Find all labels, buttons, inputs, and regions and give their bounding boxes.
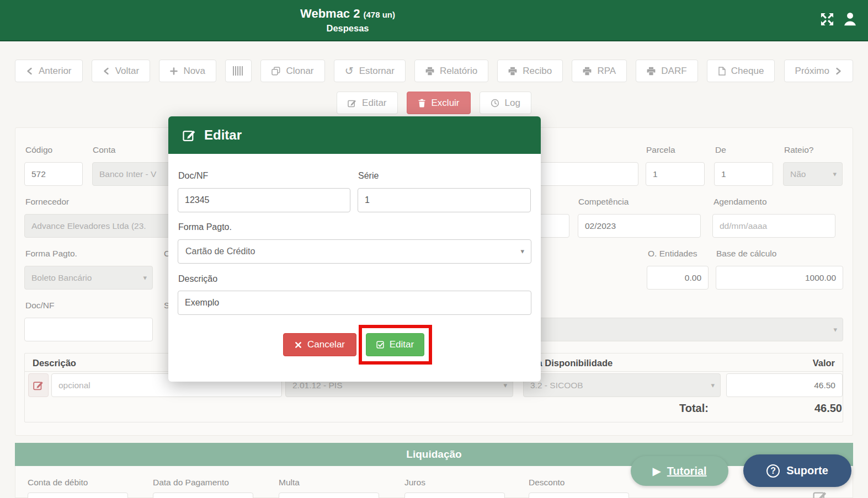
modal-descricao-input[interactable] (178, 291, 531, 315)
desconto-label: Desconto (529, 478, 565, 488)
fornecedor-label: Fornecedor (25, 197, 69, 207)
modal-doc-nf-input[interactable] (178, 188, 350, 212)
app-title-text: Webmac 2 (300, 7, 360, 20)
edit-icon (348, 99, 356, 108)
modal-serie-input[interactable] (358, 188, 531, 212)
forma-pagto-select[interactable]: Boleto Bancário ▾ (24, 266, 153, 290)
chevron-right-icon (835, 67, 842, 75)
item-valor-input[interactable] (726, 373, 843, 397)
app-title-units: (478 un) (363, 10, 395, 19)
desconto-input[interactable] (529, 492, 629, 498)
printer-icon (425, 67, 434, 76)
undo-icon: ↺ (345, 66, 354, 76)
barcode-button[interactable] (225, 60, 252, 82)
suporte-button[interactable]: ? Suporte (743, 454, 851, 487)
multa-input[interactable] (279, 492, 379, 498)
modal-cancel-button[interactable]: Cancelar (283, 333, 356, 356)
check-square-icon (376, 341, 385, 349)
modal-descricao-label: Descrição (178, 274, 217, 284)
total-label: Total: (679, 402, 709, 415)
caret-down-icon: ▾ (833, 325, 837, 334)
button-label: Clonar (286, 66, 313, 77)
clock-icon (491, 99, 499, 108)
modal-serie-label: Série (358, 171, 379, 181)
clone-icon (271, 67, 280, 76)
button-label: RPA (597, 66, 616, 77)
cheque-button[interactable]: Cheque (707, 60, 775, 82)
juros-input[interactable] (404, 492, 505, 498)
data-pagamento-input[interactable] (153, 492, 253, 498)
modal-forma-pagto-label: Forma Pagto. (178, 222, 232, 232)
anterior-button[interactable]: Anterior (15, 60, 83, 82)
parcela-input[interactable] (646, 162, 705, 186)
item-categoria-value: 2.01.12 - PIS (292, 381, 342, 390)
darf-button[interactable]: DARF (636, 60, 697, 82)
forma-pagto-value: Boleto Bancário (31, 273, 92, 283)
editar-button[interactable]: Editar (337, 92, 397, 114)
edit-icon (33, 380, 44, 390)
rpa-button[interactable]: RPA (572, 60, 627, 82)
recibo-button[interactable]: Recibo (497, 60, 563, 82)
voltar-button[interactable]: Voltar (92, 60, 150, 82)
excluir-button[interactable]: Excluir (407, 92, 471, 114)
log-button[interactable]: Log (480, 92, 531, 114)
rateio-select[interactable]: Não ▾ (783, 162, 843, 186)
printer-icon (583, 67, 592, 76)
agendamento-label: Agendamento (713, 197, 767, 207)
button-label: Editar (362, 98, 386, 109)
conta-label: Conta (93, 145, 115, 155)
caret-down-icon: ▾ (503, 381, 507, 389)
button-label: Voltar (115, 66, 139, 77)
o-entidades-input[interactable] (647, 266, 709, 290)
nova-button[interactable]: Nova (159, 60, 216, 82)
button-label: DARF (661, 66, 686, 77)
trash-icon (418, 99, 426, 108)
question-icon: ? (766, 464, 780, 478)
suporte-label: Suporte (786, 464, 828, 477)
conta-debito-label: Conta de débito (28, 478, 88, 488)
modal-submit-button[interactable]: Editar (366, 333, 424, 356)
button-label: Cancelar (307, 339, 345, 350)
proximo-button[interactable]: Próximo (784, 60, 853, 82)
modal-forma-pagto-select[interactable]: Cartão de Crédito ▾ (178, 239, 531, 264)
rateio-value: Não (790, 169, 806, 179)
modal-doc-nf-label: Doc/NF (178, 171, 208, 181)
modal-title: Editar (204, 127, 242, 143)
competencia-input[interactable] (578, 214, 701, 238)
o-entidades-label: O. Entidades (648, 249, 697, 259)
row-edit-button[interactable] (28, 373, 49, 397)
caret-down-icon: ▾ (143, 274, 147, 282)
forma-pagto-label: Forma Pagto. (25, 249, 77, 259)
caret-down-icon: ▾ (833, 170, 837, 178)
doc-nf-input[interactable] (24, 318, 153, 341)
top-bar: Webmac 2(478 un) Despesas (0, 0, 868, 41)
button-label: Estornar (359, 66, 395, 77)
codigo-input[interactable] (24, 162, 83, 186)
plus-icon (170, 67, 178, 75)
printer-icon (647, 67, 656, 76)
conta-debito-input[interactable] (28, 492, 128, 498)
tutorial-button[interactable]: ▶ Tutorial (631, 456, 728, 486)
app-root: Webmac 2(478 un) Despesas Anterior Volta… (0, 0, 868, 498)
button-label: Log (505, 98, 520, 109)
item-conta-select[interactable]: 3.2 - SICOOB ▾ (523, 373, 721, 397)
toolbar: Anterior Voltar Nova Clonar ↺ Estornar R… (15, 60, 853, 82)
user-icon[interactable] (843, 12, 857, 26)
fullscreen-icon[interactable] (820, 12, 834, 26)
caret-down-icon: ▾ (520, 247, 524, 255)
button-label: Recibo (523, 66, 552, 77)
agendamento-input[interactable] (712, 214, 835, 238)
liquidacao-edit-icon[interactable] (813, 490, 827, 498)
rateio-label: Rateio? (784, 145, 813, 155)
base-calculo-input[interactable] (716, 266, 843, 290)
estornar-button[interactable]: ↺ Estornar (334, 60, 406, 82)
tutorial-label: Tutorial (667, 465, 707, 478)
page-title: Despesas (182, 23, 513, 34)
file-pdf-icon (718, 67, 726, 76)
de-input[interactable] (714, 162, 773, 186)
competencia-label: Competência (578, 197, 629, 207)
relatorio-button[interactable]: Relatório (414, 60, 488, 82)
item-conta-value: 3.2 - SICOOB (530, 381, 583, 390)
clonar-button[interactable]: Clonar (260, 60, 324, 82)
button-label: Excluir (432, 98, 460, 109)
